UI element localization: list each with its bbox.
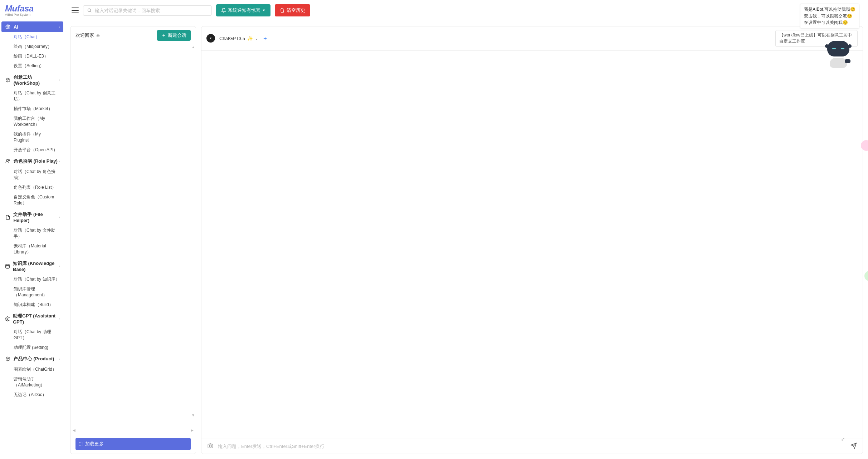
send-button[interactable]: [850, 443, 857, 450]
nav-kb-label: 知识库 (Knowledge Base): [13, 260, 59, 272]
conversation-list[interactable]: ▲ ▼: [70, 44, 196, 428]
nav-ai-setting[interactable]: 设置（Setting）: [1, 61, 63, 71]
nav-ai[interactable]: AI ›: [1, 21, 63, 32]
logo-title: Mufasa: [5, 4, 60, 14]
nav-kb[interactable]: 知识库 (Knowledge Base) ›: [1, 258, 63, 275]
nav-filehelper-library[interactable]: 素材库（Material Library）: [1, 241, 63, 257]
nav-ai-label: AI: [14, 24, 18, 30]
workflow-notice: 【workflow已上线】可以在创意工坊中自定义工作流: [775, 30, 858, 47]
plus-icon: ＋: [161, 32, 166, 39]
add-model-button[interactable]: ＋: [262, 35, 268, 42]
chat-input-bar: ⤢ 输入问题，Enter发送，Ctrl+Enter或Shift+Enter换行: [201, 439, 863, 454]
new-chat-button[interactable]: ＋ 新建会话: [157, 30, 191, 41]
bell-icon: [221, 8, 226, 13]
nav-workshop-label: 创意工坊 (WorkShop): [14, 74, 59, 86]
sparkle-icon: ✨: [247, 36, 253, 41]
expand-icon[interactable]: ⤢: [841, 437, 845, 442]
content: 欢迎回家 ☺ ＋ 新建会话 ▲ ▼ ◀ ▶: [65, 21, 868, 459]
nav-roleplay-label: 角色扮演 (Role Play): [14, 158, 58, 164]
logo: Mufasa AIBot Pro System: [0, 0, 65, 21]
nav-product-chatgrid[interactable]: 图表绘制（ChatGrid）: [1, 365, 63, 374]
nav-assistant-chat[interactable]: 对话（Chat by 助理GPT）: [1, 327, 63, 343]
nav-workshop[interactable]: 创意工坊 (WorkShop) ›: [1, 71, 63, 88]
nav-roleplay-list[interactable]: 角色列表（Role List）: [1, 183, 63, 192]
scroll-right-icon[interactable]: ▶: [191, 428, 194, 432]
svg-point-1: [6, 159, 8, 161]
tip-line1: 我是AIBot,可以拖动我哦: [804, 7, 850, 12]
nav-roleplay[interactable]: 角色扮演 (Role Play) ›: [1, 156, 63, 167]
spinner-icon: [78, 441, 83, 446]
nav-product-aidoc[interactable]: 无边记（AiDoc）: [1, 390, 63, 400]
wink-emoji: 😉: [847, 13, 852, 20]
main-area: 我是AIBot,可以拖动我哦😊 双击我，可以跟我交流😉 在设置中可以关闭我😔 系…: [65, 0, 868, 459]
nav-filehelper-chat[interactable]: 对话（Chat by 文件助手）: [1, 226, 63, 241]
cube-icon: [5, 77, 11, 83]
sidebar: Mufasa AIBot Pro System AI › 对话（Chat） 绘画…: [0, 0, 65, 459]
nav-product-aimarketing[interactable]: 营销号助手（AiMarketing）: [1, 374, 63, 390]
scroll-left-icon[interactable]: ◀: [73, 428, 75, 432]
nav-workshop-plugins[interactable]: 我的插件（My Plugins）: [1, 129, 63, 145]
nav-filehelper[interactable]: 文件助手 (File Helper) ›: [1, 209, 63, 226]
nav-product-label: 产品中心 (Product): [14, 356, 54, 362]
svg-point-5: [88, 9, 91, 11]
conversation-list-panel: 欢迎回家 ☺ ＋ 新建会话 ▲ ▼ ◀ ▶: [70, 26, 196, 454]
nav-ai-midjourney[interactable]: 绘画（Midjourney）: [1, 42, 63, 51]
chevron-right-icon: ›: [59, 159, 60, 163]
search-input[interactable]: [95, 8, 208, 13]
scroll-up-icon[interactable]: ▲: [191, 45, 195, 49]
caret-down-icon: ▼: [262, 9, 265, 12]
trash-icon: [280, 8, 285, 13]
system-notify-button[interactable]: 系统通知有惊喜 ▼: [216, 4, 270, 16]
back-button[interactable]: [206, 34, 215, 43]
menu-toggle[interactable]: [72, 8, 79, 13]
topbar: 系统通知有惊喜 ▼ 清空历史: [65, 0, 868, 21]
clear-history-button[interactable]: 清空历史: [275, 4, 310, 16]
nav-assistant[interactable]: 助理GPT (Assistant GPT) ›: [1, 310, 63, 327]
nav-workshop-openapi[interactable]: 开放平台（Open API）: [1, 145, 63, 155]
aibot-tip: 我是AIBot,可以拖动我哦😊 双击我，可以跟我交流😉 在设置中可以关闭我😔: [800, 4, 859, 29]
search-box[interactable]: [83, 5, 212, 16]
nav-kb-build[interactable]: 知识库构建（Build）: [1, 300, 63, 310]
globe-icon: [5, 24, 11, 30]
load-more-button[interactable]: 加载更多: [75, 438, 191, 450]
nav-filehelper-label: 文件助手 (File Helper): [13, 211, 58, 223]
model-name: ChatGPT3.5: [219, 36, 245, 41]
nav-assistant-label: 助理GPT (Assistant GPT): [13, 313, 59, 325]
chevron-right-icon: ›: [59, 264, 60, 268]
users-icon: [5, 158, 11, 164]
camera-icon[interactable]: [207, 443, 214, 450]
nav-kb-chat[interactable]: 对话（Chat by 知识库）: [1, 275, 63, 284]
tip-line3: 在设置中可以关闭我: [804, 20, 843, 25]
svg-point-2: [8, 159, 10, 161]
nav-ai-chat[interactable]: 对话（Chat）: [1, 32, 63, 42]
tip-line2: 双击我，可以跟我交流: [804, 14, 847, 19]
nav-assistant-setting[interactable]: 助理配置 (Setting): [1, 343, 63, 352]
svg-point-3: [6, 264, 10, 266]
welcome-text: 欢迎回家 ☺: [75, 32, 100, 39]
nav-roleplay-custom[interactable]: 自定义角色（Custom Role）: [1, 192, 63, 208]
clear-label: 清空历史: [287, 7, 305, 14]
scroll-down-icon[interactable]: ▼: [191, 413, 195, 417]
package-icon: [5, 356, 11, 362]
model-selector[interactable]: ChatGPT3.5 ✨ ⌄: [219, 36, 258, 41]
sad-emoji: 😔: [843, 19, 848, 26]
chat-messages: [201, 51, 863, 439]
chat-header: ChatGPT3.5 ✨ ⌄ ＋ 【workflow已上线】可以在创意工坊中自定…: [201, 26, 863, 51]
chat-input[interactable]: 输入问题，Enter发送，Ctrl+Enter或Shift+Enter换行: [218, 443, 846, 450]
nav-kb-management[interactable]: 知识库管理（Management）: [1, 284, 63, 300]
chat-panel: ChatGPT3.5 ✨ ⌄ ＋ 【workflow已上线】可以在创意工坊中自定…: [201, 26, 863, 454]
chevron-right-icon: ›: [59, 215, 60, 219]
nav-workshop-workbench[interactable]: 我的工作台（My Workbench）: [1, 114, 63, 129]
nav-ai-dalle[interactable]: 绘画（DALL-E3）: [1, 51, 63, 61]
nav-product[interactable]: 产品中心 (Product) ›: [1, 353, 63, 365]
search-icon: [87, 8, 92, 13]
svg-point-7: [209, 445, 211, 447]
gear-icon: [5, 316, 10, 322]
database-icon: [5, 263, 10, 269]
blush-emoji: 😊: [850, 6, 855, 13]
nav-workshop-market[interactable]: 插件市场（Market）: [1, 104, 63, 114]
nav-roleplay-chat[interactable]: 对话（Chat by 角色扮演）: [1, 167, 63, 183]
chevron-right-icon: ›: [59, 25, 60, 29]
nav-workshop-chat[interactable]: 对话（Chat by 创意工坊）: [1, 88, 63, 104]
notify-label: 系统通知有惊喜: [228, 7, 260, 14]
